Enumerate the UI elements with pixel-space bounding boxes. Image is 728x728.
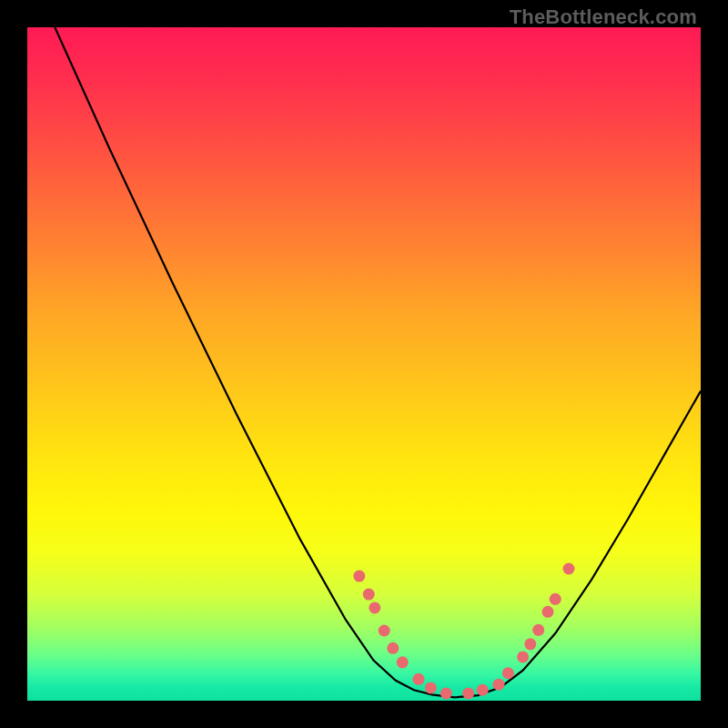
curve-dot — [369, 602, 380, 613]
curve-dot — [440, 687, 452, 699]
curve-dot — [563, 563, 575, 575]
curve-dots-group — [353, 563, 574, 700]
curve-dot — [493, 679, 505, 691]
curve-dot — [397, 656, 409, 668]
curve-dot — [363, 589, 375, 601]
chart-svg-layer — [27, 27, 701, 701]
curve-dot — [524, 638, 536, 650]
curve-dot — [412, 673, 424, 685]
curve-dot — [425, 682, 437, 693]
curve-dot — [387, 642, 399, 654]
chart-frame — [27, 27, 701, 701]
bottleneck-curve — [55, 27, 701, 697]
curve-dot — [502, 667, 514, 679]
curve-dot — [379, 625, 390, 637]
curve-dot — [477, 684, 489, 696]
curve-dot — [532, 624, 544, 636]
curve-dot — [517, 651, 529, 662]
curve-dot — [542, 606, 554, 618]
curve-dot — [353, 571, 365, 582]
watermark-text: TheBottleneck.com — [510, 5, 697, 29]
curve-dot — [462, 687, 474, 699]
curve-dot — [550, 593, 561, 605]
